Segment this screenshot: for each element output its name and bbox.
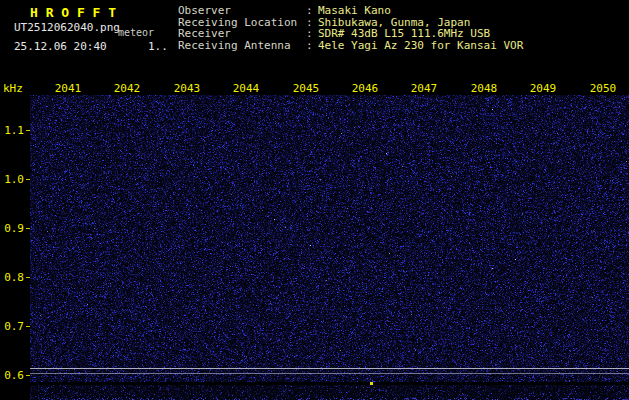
info-separator: : — [306, 28, 318, 40]
x-tick-label: 2048 — [464, 82, 504, 95]
y-tick-label: 0.6 — [0, 369, 24, 382]
y-tick-label: 0.9 — [0, 222, 24, 235]
y-tick-label: 0.7 — [0, 320, 24, 333]
x-tick-label: 2043 — [167, 82, 207, 95]
hrofft-screen: H R O F F T UT2512062040.png meteor 25.1… — [0, 0, 629, 400]
x-tick-label: 2041 — [48, 82, 88, 95]
y-axis-unit: kHz — [3, 82, 23, 95]
info-row-antenna: Receiving Antenna:4ele Yagi Az 230 for K… — [178, 40, 523, 52]
info-separator: : — [306, 5, 318, 17]
info-separator: : — [306, 40, 318, 52]
x-tick-label: 2042 — [107, 82, 147, 95]
x-tick-label: 2044 — [226, 82, 266, 95]
spectrogram-canvas — [30, 95, 629, 382]
app-title: H R O F F T — [30, 5, 116, 20]
x-tick-label: 2045 — [286, 82, 326, 95]
y-tick-label: 1.1 — [0, 124, 24, 137]
info-label: Observer — [178, 5, 306, 17]
info-label: Receiving Antenna — [178, 40, 306, 52]
y-tick-label: 0.8 — [0, 271, 24, 284]
mode-label: meteor — [118, 27, 154, 38]
x-tick-label: 2046 — [345, 82, 385, 95]
minute-counter: 1.. — [148, 40, 168, 53]
observation-info: Observer:Masaki Kano Receiving Location:… — [178, 5, 523, 51]
info-label: Receiver — [178, 28, 306, 40]
x-tick-label: 2050 — [583, 82, 623, 95]
x-tick-label: 2047 — [404, 82, 444, 95]
output-filename: UT2512062040.png — [14, 21, 120, 34]
signal-level-strip-canvas — [30, 385, 629, 400]
observation-datetime: 25.12.06 20:40 — [14, 40, 107, 53]
x-tick-label: 2049 — [523, 82, 563, 95]
y-tick-label: 1.0 — [0, 173, 24, 186]
info-value: 4ele Yagi Az 230 for Kansai VOR — [318, 39, 523, 52]
